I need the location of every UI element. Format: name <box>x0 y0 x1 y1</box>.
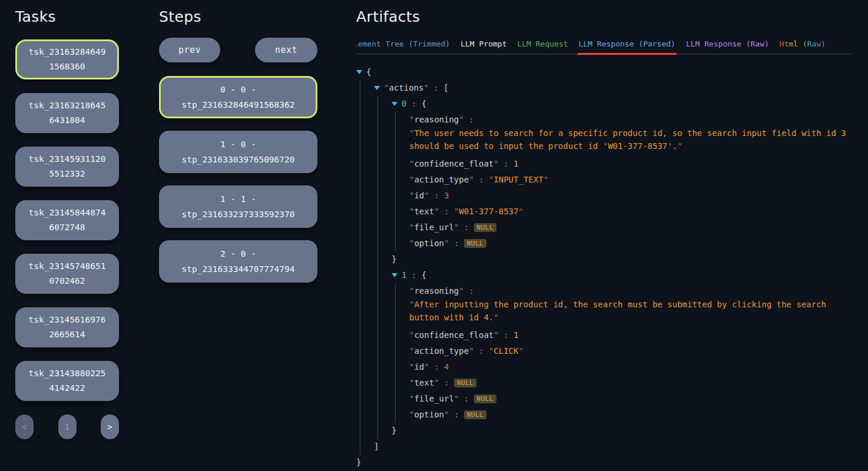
json-colon: : <box>429 83 443 92</box>
json-key: action_type <box>414 346 469 356</box>
json-string: INPUT_TEXT <box>493 175 543 184</box>
json-colon: : <box>429 362 444 372</box>
collapse-arrow-icon[interactable] <box>374 86 380 90</box>
prev-step-button[interactable]: prev <box>159 38 220 62</box>
null-badge: NULL <box>474 223 497 232</box>
step-button[interactable]: 0 - 0 - stp_231632846491568362 <box>159 76 317 118</box>
tab-llm-response-raw[interactable]: LLM Response (Raw) <box>685 39 770 54</box>
json-string: W01-377-8537 <box>459 207 518 216</box>
tab-html-raw[interactable]: Html (Raw) <box>779 39 826 54</box>
step-button[interactable]: 2 - 0 - stp_231633344707774794 <box>159 240 317 283</box>
artifacts-title: Artifacts <box>356 7 851 26</box>
step-button[interactable]: 1 - 1 - stp_231633237333592370 <box>159 185 317 228</box>
json-quote: " <box>424 362 429 372</box>
json-quote: " <box>493 330 498 340</box>
tab-element-tree-trimmed[interactable]: Element Tree (Trimmed) <box>348 39 450 54</box>
tab-llm-response-parsed[interactable]: LLM Response (Parsed) <box>578 39 676 54</box>
json-key: option <box>414 238 444 248</box>
json-tree-viewer: {"actions" : [0 : {"reasoning" : "The us… <box>356 64 849 470</box>
task-button[interactable]: tsk_231632186456431804 <box>15 93 119 133</box>
json-quote: " <box>423 83 428 92</box>
json-key: actions <box>389 83 423 92</box>
task-button[interactable]: tsk_231457486510702462 <box>15 254 119 294</box>
json-line: ] <box>374 439 849 455</box>
json-open-bracket: { <box>366 67 371 77</box>
json-quote: " <box>459 115 463 124</box>
json-colon: : <box>464 286 479 296</box>
json-int: 3 <box>444 191 449 200</box>
json-line: "confidence_float" : 1 <box>409 327 849 343</box>
json-colon: : <box>406 99 421 108</box>
json-line: } <box>392 251 849 267</box>
pagination-page-1-button[interactable]: 1 <box>58 414 77 439</box>
collapse-arrow-icon[interactable] <box>392 102 397 106</box>
json-line: "text" : "W01-377-8537" <box>409 204 849 220</box>
json-string: CLICK <box>493 346 518 356</box>
tasks-panel: Tasks tsk_231632846491568360tsk_23163218… <box>15 7 119 471</box>
json-colon: : <box>439 207 454 216</box>
json-colon: : <box>406 270 421 280</box>
step-button[interactable]: 1 - 0 - stp_231633039765096720 <box>159 131 317 173</box>
pagination-prev-button[interactable]: < <box>15 414 34 439</box>
artifacts-tabstrip: Element Tree (Trimmed)LLM PromptLLM Requ… <box>356 39 851 55</box>
tab-llm-request[interactable]: LLM Request <box>516 39 568 54</box>
json-line: "action_type" : "INPUT_TEXT" <box>409 172 849 188</box>
json-line: "option" : NULL <box>409 407 849 423</box>
json-colon: : <box>449 410 463 419</box>
tasks-title: Tasks <box>15 7 119 26</box>
json-line: { <box>356 64 849 80</box>
json-colon: : <box>499 330 513 340</box>
json-line: 0 : { <box>392 96 849 112</box>
json-value-quote: " <box>493 313 498 322</box>
json-key: file_url <box>414 394 453 403</box>
json-quote: " <box>434 207 439 216</box>
json-colon: : <box>464 115 479 124</box>
null-badge: NULL <box>474 394 497 403</box>
task-button[interactable]: tsk_231456169762665614 <box>15 307 119 347</box>
json-quote: " <box>469 346 473 356</box>
task-button[interactable]: tsk_231458448746072748 <box>15 200 119 240</box>
tab-llm-prompt[interactable]: LLM Prompt <box>460 39 507 54</box>
json-close-bracket: } <box>392 426 396 435</box>
json-key: id <box>414 191 424 200</box>
json-float: 1 <box>513 330 518 340</box>
json-line: "confidence_float" : 1 <box>409 156 849 172</box>
json-close-bracket: } <box>392 254 396 264</box>
next-step-button[interactable]: next <box>255 38 317 62</box>
null-badge: NULL <box>454 379 477 387</box>
task-button[interactable]: tsk_231632846491568360 <box>15 39 119 79</box>
json-close-bracket: ] <box>374 442 379 451</box>
json-line: "file_url" : NULL <box>409 391 849 407</box>
json-line: "reasoning" : <box>409 112 849 128</box>
steps-panel: Steps prev next 0 - 0 - stp_231632846491… <box>159 7 317 471</box>
json-colon: : <box>474 346 489 356</box>
json-colon: : <box>459 223 473 232</box>
json-close-bracket: } <box>356 457 361 467</box>
task-button[interactable]: tsk_231438802254142422 <box>15 361 119 401</box>
json-colon: : <box>499 159 513 168</box>
step-list: 0 - 0 - stp_2316328464915683621 - 0 - st… <box>159 76 317 283</box>
json-colon: : <box>459 394 473 403</box>
json-key: option <box>414 410 444 419</box>
json-string-value: "The user needs to search for a specific… <box>409 127 849 152</box>
json-key: reasoning <box>414 115 459 124</box>
json-key: confidence_float <box>414 159 493 168</box>
json-open-bracket: { <box>422 99 426 108</box>
json-line: "action_type" : "CLICK" <box>409 343 849 359</box>
json-quote: " <box>459 286 463 296</box>
json-quote: " <box>493 159 498 168</box>
json-colon: : <box>429 191 444 200</box>
json-line: "option" : NULL <box>409 236 849 251</box>
json-line: "file_url" : NULL <box>409 220 849 236</box>
json-key: confidence_float <box>414 330 493 340</box>
json-line: "actions" : [ <box>374 80 849 96</box>
json-quote: " <box>424 191 429 200</box>
task-button[interactable]: tsk_231459311205512332 <box>15 147 119 187</box>
json-line: "id" : 3 <box>409 188 849 204</box>
steps-title: Steps <box>159 7 317 26</box>
pagination-next-button[interactable]: > <box>101 414 119 439</box>
collapse-arrow-icon[interactable] <box>356 70 362 74</box>
json-colon: : <box>449 238 463 248</box>
json-key: action_type <box>414 175 469 184</box>
collapse-arrow-icon[interactable] <box>392 273 397 277</box>
